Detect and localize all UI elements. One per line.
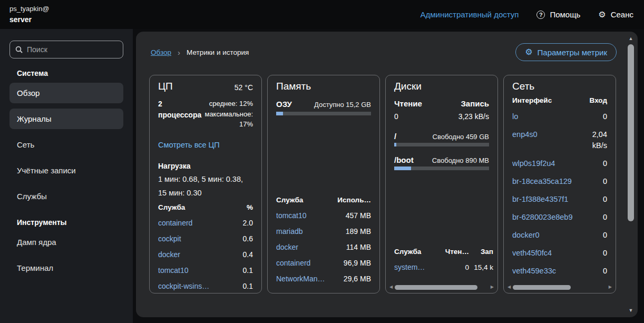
interface-link[interactable]: enp4s0 xyxy=(512,129,577,140)
interface-in-value: 0 xyxy=(603,248,607,259)
service-link[interactable]: tomcat10 xyxy=(276,211,307,220)
mount-usage-progressbar xyxy=(394,143,489,146)
mount-free: Свободно 890 MB xyxy=(432,156,489,164)
interface-in-value: 0 xyxy=(603,158,607,169)
disk-write-col: Запись 3,23 kB/s xyxy=(458,97,489,123)
service-value: 114 MB xyxy=(346,243,371,251)
admin-access-link[interactable]: Административный доступ xyxy=(420,10,519,19)
disks-card-title: Диски xyxy=(394,81,422,92)
ram-label: ОЗУ xyxy=(276,100,292,109)
cpu-core-count: 2 процессора xyxy=(158,99,201,130)
sidebar-item-accounts[interactable]: Учётные записи xyxy=(9,160,123,181)
interface-in-value: 0 xyxy=(603,194,607,205)
breadcrumb: Обзор › Метрики и история xyxy=(151,48,249,57)
sidebar-item-network[interactable]: Сеть xyxy=(9,134,123,155)
service-link[interactable]: NetworkMan… xyxy=(276,275,325,283)
main-content: Обзор › Метрики и история ⚙ Параметры ме… xyxy=(136,32,638,317)
table-row: veth45f0fc4 0 xyxy=(512,244,607,262)
service-value: 29,6 MB xyxy=(344,275,371,283)
network-card-header: Сеть xyxy=(512,81,607,92)
write-header: Запись xyxy=(458,97,489,111)
scroll-right-icon[interactable]: ▶ xyxy=(608,285,613,289)
service-value: 2.0 xyxy=(243,219,253,227)
scrollbar-track[interactable] xyxy=(513,285,607,290)
sidebar-item-kdump[interactable]: Дамп ядра xyxy=(9,232,123,252)
view-all-cpus-link[interactable]: Смотреть все ЦП xyxy=(158,141,253,149)
interface-in-value: 0 xyxy=(603,266,607,277)
service-link[interactable]: containerd xyxy=(158,219,192,227)
percent-column-header: % xyxy=(247,203,253,211)
table-row: lo 0 xyxy=(512,107,607,125)
metrics-settings-button[interactable]: ⚙ Параметры метрик xyxy=(515,43,617,61)
disk-table-header: Служба Чтен… Зап xyxy=(394,244,493,259)
interface-link[interactable]: br-18cea35ca129 xyxy=(512,176,582,187)
sidebar-item-overview[interactable]: Обзор xyxy=(9,83,123,103)
table-row: enp4s0 2,04 kB/s xyxy=(512,125,607,154)
spacer xyxy=(276,115,371,192)
mount-row: / Свободно 459 GB xyxy=(394,132,489,141)
gear-icon: ⚙ xyxy=(525,48,532,56)
service-link[interactable]: system… xyxy=(394,263,438,271)
horizontal-scrollbar: ◀ ▶ xyxy=(388,284,495,290)
service-link[interactable]: mariadb xyxy=(276,227,303,236)
cpu-usage-stats: среднее: 12% максимальное: 17% xyxy=(201,99,253,130)
service-link[interactable]: docker xyxy=(276,243,298,251)
service-value: 189 MB xyxy=(346,227,371,236)
interface-link[interactable]: veth459e33c xyxy=(512,266,582,277)
breadcrumb-overview-link[interactable]: Обзор xyxy=(151,48,171,56)
service-link[interactable]: tomcat10 xyxy=(158,266,189,275)
service-link[interactable]: containerd xyxy=(276,259,310,267)
service-value: 457 MB xyxy=(346,211,371,220)
disks-card: Диски Чтение 0 Запись 3,23 kB/s / Свобод… xyxy=(385,75,498,293)
interface-link[interactable]: veth45f0fc4 xyxy=(512,248,582,259)
scroll-left-icon[interactable]: ◀ xyxy=(388,285,394,289)
breadcrumb-current: Метрики и история xyxy=(187,48,249,56)
service-value: 96,9 MB xyxy=(344,259,371,267)
scroll-left-icon[interactable]: ◀ xyxy=(506,285,512,289)
scroll-right-icon[interactable]: ▶ xyxy=(490,285,495,289)
network-table-header: Интерфейс Вход xyxy=(512,92,607,107)
network-card: Сеть Интерфейс Вход lo 0 enp4s0 2,04 kB/… xyxy=(503,75,616,293)
sidebar-search[interactable] xyxy=(9,41,123,58)
service-link[interactable]: cockpit-wsins… xyxy=(158,282,209,290)
memory-card-header: Память xyxy=(276,81,371,92)
ram-usage-progress-fill xyxy=(276,112,283,115)
session-menu[interactable]: ⚙ Сеанс xyxy=(598,10,633,19)
interface-link[interactable]: br-1f388e4357f1 xyxy=(512,194,582,205)
sidebar-item-terminal[interactable]: Терминал xyxy=(9,258,123,278)
scroll-down-icon[interactable]: ▼ xyxy=(627,308,635,313)
scroll-up-icon[interactable]: ▲ xyxy=(627,36,635,41)
interface-link[interactable]: docker0 xyxy=(512,230,582,241)
interface-link[interactable]: wlp0s19f2u4 xyxy=(512,158,582,169)
disk-service-table: Служба Чтен… Зап system… 0 15,4 k xyxy=(394,244,489,275)
interface-column-header: Интерфейс xyxy=(512,96,552,104)
ram-row: ОЗУ Доступно 15,2 GB xyxy=(276,100,371,109)
ram-available: Доступно 15,2 GB xyxy=(314,101,371,109)
interface-link[interactable]: br-6280023e8eb9 xyxy=(512,212,582,223)
help-menu[interactable]: ? Помощь xyxy=(536,10,580,19)
scrollbar-track[interactable] xyxy=(395,285,489,290)
sidebar-item-logs[interactable]: Журналы xyxy=(9,109,123,129)
scrollbar-thumb[interactable] xyxy=(395,285,477,290)
scrollbar-thumb[interactable] xyxy=(513,285,571,290)
read-column-header: Чтен… xyxy=(438,248,469,256)
mount-usage-progress-fill xyxy=(394,167,411,170)
table-row: system… 0 15,4 k xyxy=(394,259,493,275)
mount-row: /boot Свободно 890 MB xyxy=(394,155,489,164)
table-row: containerd 96,9 MB xyxy=(276,255,371,271)
vertical-scrollbar[interactable]: ▲ ▼ xyxy=(627,35,635,314)
service-link[interactable]: docker xyxy=(158,250,180,259)
service-link[interactable]: cockpit xyxy=(158,234,181,243)
sidebar-section-system: Система xyxy=(17,69,123,77)
mount-usage-progressbar xyxy=(394,167,489,170)
search-input[interactable] xyxy=(27,45,118,54)
disk-io-row: Чтение 0 Запись 3,23 kB/s xyxy=(394,97,489,123)
read-value: 0 xyxy=(438,263,469,271)
sidebar-section-tools: Инструменты xyxy=(17,218,123,227)
disks-card-header: Диски xyxy=(394,81,489,92)
sidebar-item-services[interactable]: Службы xyxy=(9,186,123,207)
scrollbar-thumb[interactable] xyxy=(628,44,634,221)
service-value: 0.1 xyxy=(243,282,253,290)
breadcrumb-separator-icon: › xyxy=(178,48,180,57)
interface-link[interactable]: lo xyxy=(512,111,582,122)
